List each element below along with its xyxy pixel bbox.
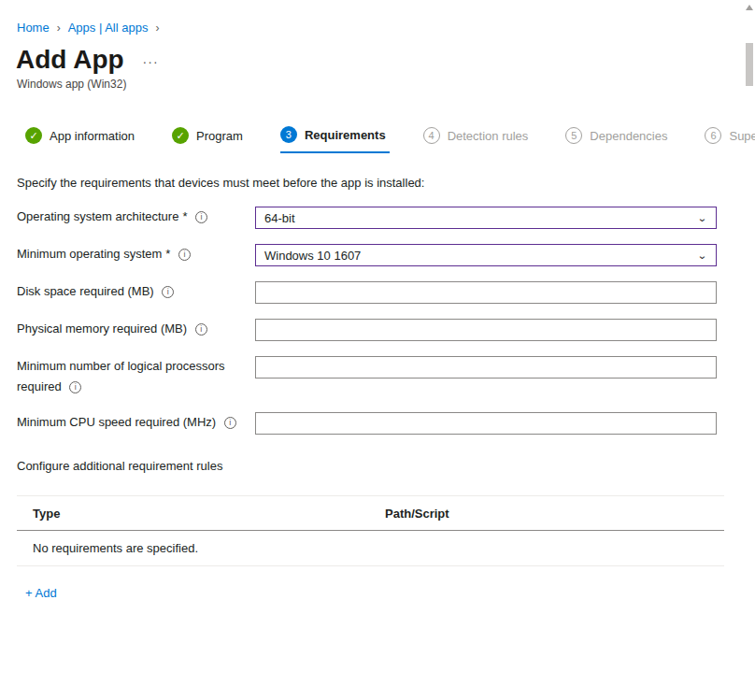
step-label: Detection rules [448, 129, 529, 143]
step-label: Program [196, 129, 243, 143]
required-asterisk: * [165, 247, 170, 261]
field-label-text: Disk space required (MB) [17, 284, 154, 298]
field-label-text: Minimum CPU speed required (MHz) [17, 415, 216, 429]
breadcrumb-separator-icon: › [57, 21, 61, 35]
step-requirements[interactable]: 3 Requirements [280, 126, 390, 153]
field-label: Minimum CPU speed required (MHz) i [17, 412, 255, 433]
title-row: Add App ··· [16, 45, 755, 75]
step-number-badge: 4 [423, 127, 440, 144]
add-requirement-link[interactable]: + Add [25, 586, 57, 600]
step-app-information[interactable]: ✓ App information [25, 126, 138, 153]
column-header-type: Type [33, 507, 385, 521]
field-row-disk-space: Disk space required (MB) i [17, 281, 755, 304]
step-label: App information [50, 129, 135, 143]
step-number-badge: 5 [565, 127, 582, 144]
field-label-text: Physical memory required (MB) [17, 321, 187, 336]
chevron-down-icon: ⌄ [697, 212, 707, 222]
field-row-minimum-os: Minimum operating system* i Windows 10 1… [17, 244, 755, 266]
chevron-down-icon: ⌄ [697, 250, 707, 260]
required-asterisk: * [182, 209, 187, 223]
breadcrumb-all-apps[interactable]: Apps | All apps [68, 21, 149, 35]
field-row-physical-memory: Physical memory required (MB) i [17, 319, 755, 341]
step-label: Dependencies [590, 129, 667, 143]
field-label: Physical memory required (MB) i [17, 319, 255, 339]
requirements-instruction: Specify the requirements that devices mu… [17, 176, 755, 190]
info-icon[interactable]: i [178, 249, 191, 261]
minimum-os-select[interactable]: Windows 10 1607 ⌄ [255, 244, 717, 266]
disk-space-input[interactable] [255, 281, 717, 304]
field-label: Operating system architecture* i [17, 207, 255, 227]
additional-rules-note: Configure additional requirement rules [17, 459, 755, 473]
info-icon[interactable]: i [224, 417, 236, 429]
page-subtitle: Windows app (Win32) [17, 78, 755, 91]
breadcrumb-home[interactable]: Home [17, 21, 50, 35]
column-header-path-script: Path/Script [385, 507, 449, 521]
step-detection-rules[interactable]: 4 Detection rules [423, 126, 533, 153]
step-label: Requirements [305, 128, 386, 142]
requirements-table: Type Path/Script No requirements are spe… [17, 495, 724, 566]
os-architecture-select[interactable]: 64-bit ⌄ [255, 207, 717, 229]
wizard-steps: ✓ App information ✓ Program 3 Requiremen… [25, 126, 755, 153]
table-empty-row: No requirements are specified. [17, 531, 724, 566]
step-program[interactable]: ✓ Program [172, 126, 247, 153]
vertical-scrollbar[interactable] [744, 0, 755, 700]
select-value: 64-bit [264, 211, 295, 225]
field-label: Minimum operating system* i [17, 244, 255, 264]
scroll-up-icon[interactable] [746, 5, 753, 10]
field-row-logical-processors: Minimum number of logical processors req… [17, 356, 755, 397]
info-icon[interactable]: i [162, 286, 174, 298]
scrollbar-thumb[interactable] [746, 43, 753, 86]
add-app-page: Home › Apps | All apps › Add App ··· Win… [0, 0, 755, 700]
cpu-speed-input[interactable] [255, 412, 717, 435]
ellipsis-menu-button[interactable]: ··· [143, 50, 159, 69]
field-label-text: Minimum number of logical processors req… [17, 359, 225, 393]
physical-memory-input[interactable] [255, 319, 717, 341]
requirements-form: Operating system architecture* i 64-bit … [17, 207, 755, 435]
logical-processors-input[interactable] [255, 356, 717, 379]
step-dependencies[interactable]: 5 Dependencies [565, 126, 671, 153]
info-icon[interactable]: i [69, 381, 81, 393]
step-complete-check-icon: ✓ [25, 127, 42, 144]
step-number-badge: 3 [280, 126, 297, 143]
field-row-os-architecture: Operating system architecture* i 64-bit … [17, 207, 755, 229]
step-number-badge: 6 [705, 127, 721, 144]
page-title: Add App [16, 45, 124, 75]
table-header-row: Type Path/Script [17, 495, 724, 531]
info-icon[interactable]: i [195, 211, 207, 223]
field-label: Minimum number of logical processors req… [17, 356, 255, 397]
step-complete-check-icon: ✓ [172, 127, 189, 144]
field-label: Disk space required (MB) i [17, 281, 255, 302]
select-value: Windows 10 1607 [264, 249, 361, 263]
field-label-text: Minimum operating system [17, 247, 162, 261]
field-row-cpu-speed: Minimum CPU speed required (MHz) i [17, 412, 755, 435]
breadcrumb: Home › Apps | All apps › [0, 0, 755, 35]
breadcrumb-separator-icon: › [155, 21, 159, 35]
info-icon[interactable]: i [195, 323, 207, 336]
field-label-text: Operating system architecture [17, 209, 178, 223]
